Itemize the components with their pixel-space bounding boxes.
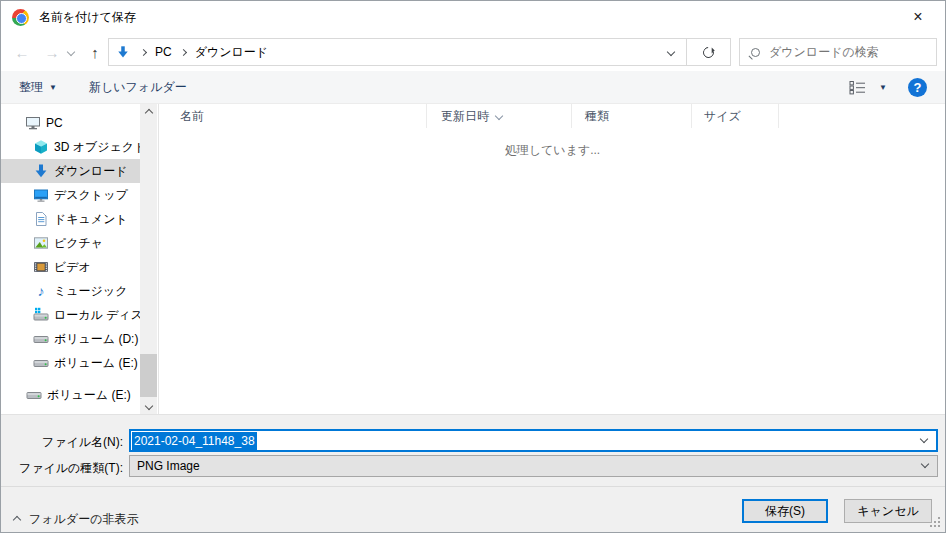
downloads-folder-icon <box>116 45 130 59</box>
command-toolbar: 整理 ▼ 新しいフォルダー ▼ ? <box>1 71 945 104</box>
new-folder-label: 新しいフォルダー <box>89 79 187 96</box>
up-button[interactable]: ↑ <box>83 33 107 71</box>
sort-indicator-icon[interactable] <box>496 108 502 122</box>
sidebar-item-downloads[interactable]: ダウンロード <box>1 159 140 183</box>
sidebar-item-label: ミュージック <box>54 283 127 300</box>
sidebar-item-label: ローカル ディスク (C <box>54 307 140 324</box>
documents-icon <box>33 211 49 227</box>
pictures-icon <box>33 235 49 251</box>
refresh-button[interactable] <box>686 39 730 65</box>
sidebar-item-label: ボリューム (E:) <box>47 387 131 404</box>
file-name-input[interactable]: 2021-02-04_11h48_38 <box>129 429 938 452</box>
navigation-pane: PC3D オブジェクトダウンロードデスクトップドキュメントピクチャビデオ♪ミュー… <box>1 104 159 414</box>
save-button[interactable]: 保存(S) <box>742 499 828 523</box>
scroll-up-icon[interactable] <box>140 104 157 121</box>
main-area: PC3D オブジェクトダウンロードデスクトップドキュメントピクチャビデオ♪ミュー… <box>1 104 945 414</box>
pc-icon <box>25 115 41 131</box>
sidebar-item-label: ビデオ <box>54 259 91 276</box>
view-options-chevron[interactable]: ▼ <box>879 71 887 103</box>
column-header-row: 名前更新日時種類サイズ <box>160 104 779 128</box>
sidebar-item-label: デスクトップ <box>54 187 128 204</box>
sidebar-scrollbar[interactable] <box>140 104 157 414</box>
address-bar[interactable]: PC ダウンロード <box>108 38 731 66</box>
search-input[interactable]: ダウンロードの検索 <box>739 38 937 66</box>
sidebar-item-local-disk-c[interactable]: ローカル ディスク (C <box>1 303 140 327</box>
close-button[interactable]: × <box>897 1 939 32</box>
column-header-name[interactable]: 名前 <box>160 104 427 128</box>
cancel-button[interactable]: キャンセル <box>844 499 932 523</box>
sidebar-item-volume-d[interactable]: ボリューム (D:) <box>1 327 140 351</box>
column-header-label: 更新日時 <box>441 108 489 125</box>
sidebar-item-label: PC <box>46 116 63 130</box>
file-list-pane: 名前更新日時種類サイズ 処理しています... <box>160 104 945 414</box>
sidebar-item-pictures[interactable]: ピクチャ <box>1 231 140 255</box>
file-type-label: ファイルの種類(T): <box>1 460 123 477</box>
column-header-size[interactable]: サイズ <box>692 104 779 128</box>
resize-grip[interactable] <box>938 525 940 527</box>
volume-icon <box>33 355 49 371</box>
chevron-down-icon: ▼ <box>49 83 57 92</box>
organize-button[interactable]: 整理 ▼ <box>19 71 57 103</box>
scrollbar-thumb[interactable] <box>140 354 157 397</box>
3d-object-icon <box>33 139 49 155</box>
help-icon: ? <box>908 78 927 97</box>
sidebar-item-label: 3D オブジェクト <box>54 139 140 156</box>
chevron-down-icon <box>921 460 929 468</box>
sidebar-item-label: ボリューム (D:) <box>54 331 138 348</box>
search-icon <box>751 48 760 57</box>
footer-panel: ファイル名(N): 2021-02-04_11h48_38 ファイルの種類(T)… <box>1 414 945 532</box>
sidebar-item-3d-objects[interactable]: 3D オブジェクト <box>1 135 140 159</box>
chevron-down-icon[interactable] <box>920 434 928 442</box>
volume-icon <box>26 387 42 403</box>
sidebar-item-music[interactable]: ♪ミュージック <box>1 279 140 303</box>
refresh-icon <box>701 44 716 59</box>
file-type-value: PNG Image <box>137 459 200 473</box>
save-as-dialog: 名前を付けて保存 × ← → ↑ PC ダウンロード ダウンロードの検索 整理 … <box>0 0 946 533</box>
sidebar-item-volume-e-2[interactable]: ボリューム (E:) <box>1 383 140 407</box>
breadcrumb-downloads[interactable]: ダウンロード <box>191 39 272 65</box>
sidebar-item-desktop[interactable]: デスクトップ <box>1 183 140 207</box>
sidebar-item-label: ピクチャ <box>54 235 103 252</box>
scroll-down-icon[interactable] <box>140 397 157 414</box>
sidebar-item-label: ボリューム (E:) <box>54 355 138 372</box>
sidebar-item-label: ダウンロード <box>54 163 127 180</box>
sidebar-item-pc[interactable]: PC <box>1 111 140 135</box>
hide-folders-label: フォルダーの非表示 <box>29 511 138 528</box>
recent-locations-chevron-icon[interactable] <box>63 33 79 71</box>
breadcrumb-pc[interactable]: PC <box>151 39 176 65</box>
address-dropdown-chevron-icon[interactable] <box>656 39 686 65</box>
title-bar: 名前を付けて保存 × <box>1 1 945 33</box>
volume-icon <box>33 331 49 347</box>
hide-folders-button[interactable]: フォルダーの非表示 <box>14 511 138 528</box>
sidebar-item-videos[interactable]: ビデオ <box>1 255 140 279</box>
window-title: 名前を付けて保存 <box>39 9 136 26</box>
new-folder-button[interactable]: 新しいフォルダー <box>89 71 187 103</box>
column-header-label: 名前 <box>180 108 204 125</box>
column-header-label: 種類 <box>585 108 609 125</box>
chevron-down-icon: ▼ <box>879 83 887 92</box>
back-button[interactable]: ← <box>9 33 35 71</box>
file-type-select[interactable]: PNG Image <box>129 455 938 477</box>
file-name-value: 2021-02-04_11h48_38 <box>132 432 257 450</box>
chrome-icon <box>12 9 29 26</box>
breadcrumb-chevron-icon <box>176 50 191 55</box>
sidebar-item-volume-e[interactable]: ボリューム (E:) <box>1 351 140 375</box>
footer-button-row: フォルダーの非表示 保存(S) キャンセル <box>1 486 945 532</box>
videos-icon <box>33 259 49 275</box>
help-button[interactable]: ? <box>908 71 927 103</box>
column-header-type[interactable]: 種類 <box>572 104 692 128</box>
sidebar-item-label: ドキュメント <box>54 211 128 228</box>
file-name-label: ファイル名(N): <box>1 434 123 451</box>
breadcrumb-chevron-icon <box>136 50 151 55</box>
chevron-up-icon <box>13 515 21 523</box>
navigation-bar: ← → ↑ PC ダウンロード ダウンロードの検索 <box>1 33 945 71</box>
search-placeholder: ダウンロードの検索 <box>769 44 879 61</box>
details-view-icon <box>849 80 866 95</box>
downloads-icon <box>33 163 49 179</box>
forward-button[interactable]: → <box>39 33 65 71</box>
change-view-button[interactable] <box>849 71 866 103</box>
sidebar-item-documents[interactable]: ドキュメント <box>1 207 140 231</box>
music-icon: ♪ <box>33 283 49 299</box>
loading-status: 処理しています... <box>160 142 945 159</box>
desktop-icon <box>33 187 49 203</box>
